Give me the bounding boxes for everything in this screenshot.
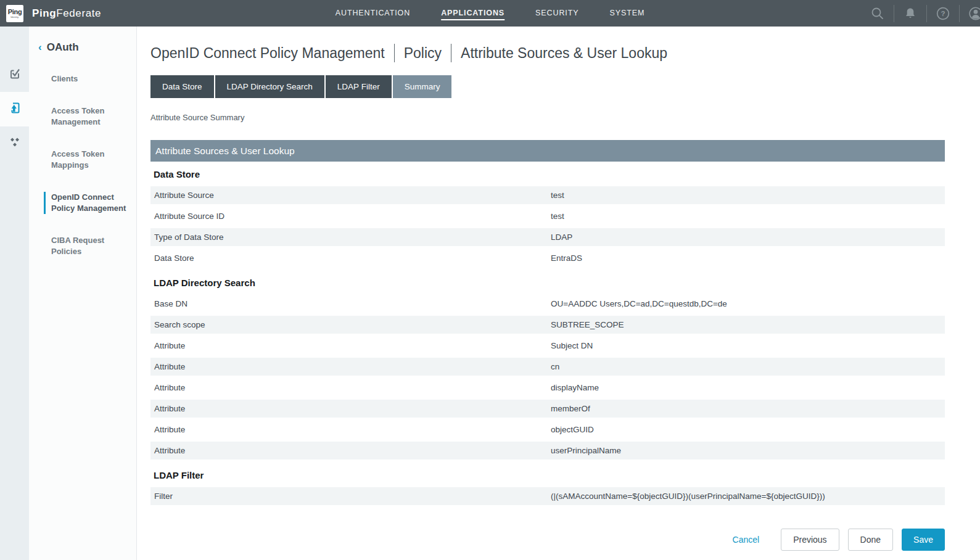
rail-item-clients[interactable] [0, 57, 29, 92]
sidebar-menu: ‹ OAuth ClientsAccess Token ManagementAc… [29, 27, 136, 560]
row-value: test [551, 212, 945, 221]
logo-subtext: Identity. [10, 16, 19, 19]
row-label: Filter [150, 492, 551, 501]
grant-group-icon [7, 135, 22, 152]
breadcrumb-part-attribute-sources-user-lookup: Attribute Sources & User Lookup [461, 45, 667, 62]
row-label: Attribute [150, 404, 551, 413]
tab-data-store[interactable]: Data Store [150, 75, 214, 98]
table-row: Type of Data StoreLDAP [150, 228, 945, 246]
row-value: cn [551, 362, 945, 371]
table-row: AttributememberOf [150, 400, 945, 418]
breadcrumb-separator [394, 44, 395, 62]
main-content: OpenID Connect Policy ManagementPolicyAt… [137, 27, 980, 560]
row-value: memberOf [551, 404, 945, 413]
breadcrumb-separator [451, 44, 451, 62]
table-row: Attribute Sourcetest [150, 186, 945, 204]
row-label: Attribute [150, 362, 551, 371]
nav-divider [959, 5, 960, 22]
cancel-link[interactable]: Cancel [733, 535, 760, 545]
app-title-bold: Ping [32, 7, 56, 19]
sidebar: ‹ OAuth ClientsAccess Token ManagementAc… [0, 27, 137, 560]
table-row: Base DNOU=AADDC Users,DC=ad,DC=questdb,D… [150, 295, 945, 313]
row-label: Data Store [150, 253, 551, 263]
brand: Ping Identity. PingFederate [0, 5, 101, 22]
nav-divider [894, 5, 894, 22]
sidebar-icon-rail [0, 27, 29, 560]
save-button[interactable]: Save [902, 529, 945, 551]
sidebar-item-list: ClientsAccess Token ManagementAccess Tok… [44, 73, 130, 257]
search-icon[interactable] [870, 6, 886, 22]
tab-ldap-directory-search[interactable]: LDAP Directory Search [215, 75, 324, 98]
row-value: SUBTREE_SCOPE [551, 320, 945, 329]
token-document-icon [7, 101, 22, 118]
tab-summary[interactable]: Summary [393, 75, 452, 98]
row-value: userPrincipalName [551, 446, 945, 455]
sidebar-section-title: OAuth [47, 41, 79, 54]
help-icon[interactable]: ? [935, 6, 951, 22]
nav-icon-group: ? [870, 0, 980, 27]
table-row: Search scopeSUBTREE_SCOPE [150, 316, 945, 334]
row-label: Attribute [150, 383, 551, 392]
footer-actions: Cancel Previous Done Save [150, 529, 945, 551]
summary-table: Data StoreAttribute SourcetestAttribute … [150, 162, 945, 505]
nav-divider [926, 5, 927, 22]
row-value: LDAP [551, 233, 945, 242]
section-heading-data-store: Data Store [150, 162, 945, 186]
table-row: AttributeSubject DN [150, 337, 945, 355]
row-label: Attribute Source [150, 191, 551, 200]
user-icon[interactable] [968, 6, 980, 22]
nav-item-authentication[interactable]: AUTHENTICATION [336, 6, 410, 20]
row-value: Subject DN [551, 341, 945, 350]
rail-item-grant-mapping[interactable] [0, 126, 29, 161]
back-chevron-icon[interactable]: ‹ [38, 41, 42, 54]
table-row: Attributecn [150, 358, 945, 376]
previous-button[interactable]: Previous [781, 529, 839, 551]
app-title-rest: Federate [56, 7, 101, 19]
row-label: Base DN [150, 299, 551, 308]
sidebar-section-header: ‹ OAuth [44, 41, 130, 54]
row-value: test [551, 191, 945, 200]
breadcrumb-part-policy: Policy [404, 45, 442, 62]
section-heading-ldap-filter: LDAP Filter [150, 463, 945, 487]
sidebar-item-clients[interactable]: Clients [44, 73, 130, 84]
ping-identity-logo[interactable]: Ping Identity. [6, 5, 23, 22]
nav-item-applications[interactable]: APPLICATIONS [441, 6, 504, 20]
row-value: EntraDS [551, 253, 945, 263]
svg-text:?: ? [941, 10, 945, 17]
nav-item-system[interactable]: SYSTEM [609, 6, 644, 20]
nav-item-security[interactable]: SECURITY [535, 6, 579, 20]
primary-nav: AUTHENTICATIONAPPLICATIONSSECURITYSYSTEM [336, 0, 645, 27]
row-label: Type of Data Store [150, 233, 551, 242]
app-title: PingFederate [32, 7, 101, 20]
client-check-icon [7, 66, 22, 83]
tab-ldap-filter[interactable]: LDAP Filter [326, 75, 392, 98]
row-value: OU=AADDC Users,DC=ad,DC=questdb,DC=de [551, 299, 945, 308]
table-row: Attribute Source IDtest [150, 207, 945, 225]
rail-item-access-token[interactable] [0, 92, 29, 126]
top-nav: Ping Identity. PingFederate AUTHENTICATI… [0, 0, 980, 27]
sidebar-item-access-token-management[interactable]: Access Token Management [44, 105, 130, 128]
done-button[interactable]: Done [848, 529, 893, 551]
table-header: Attribute Sources & User Lookup [150, 140, 945, 162]
bell-icon[interactable] [902, 6, 918, 22]
row-label: Attribute Source ID [150, 212, 551, 221]
table-row: AttributedisplayName [150, 379, 945, 397]
sidebar-item-access-token-mappings[interactable]: Access Token Mappings [44, 149, 130, 171]
wizard-tabs: Data StoreLDAP Directory SearchLDAP Filt… [150, 75, 945, 98]
summary-caption: Attribute Source Summary [150, 113, 945, 122]
sidebar-item-openid-connect-policy-management[interactable]: OpenID Connect Policy Management [44, 192, 130, 214]
logo-text: Ping [8, 9, 22, 15]
row-label: Attribute [150, 425, 551, 434]
row-value: objectGUID [551, 425, 945, 434]
table-row: AttributeuserPrincipalName [150, 442, 945, 459]
sidebar-item-ciba-request-policies[interactable]: CIBA Request Policies [44, 235, 130, 257]
row-label: Attribute [150, 341, 551, 350]
row-value: displayName [551, 383, 945, 392]
breadcrumb: OpenID Connect Policy ManagementPolicyAt… [150, 44, 945, 62]
row-label: Search scope [150, 320, 551, 329]
section-heading-ldap-directory-search: LDAP Directory Search [150, 270, 945, 295]
table-row: Data StoreEntraDS [150, 249, 945, 267]
row-value: (|(sAMAccountName=${objectGUID})(userPri… [551, 492, 945, 501]
table-row: Filter(|(sAMAccountName=${objectGUID})(u… [150, 487, 945, 505]
table-row: AttributeobjectGUID [150, 421, 945, 439]
